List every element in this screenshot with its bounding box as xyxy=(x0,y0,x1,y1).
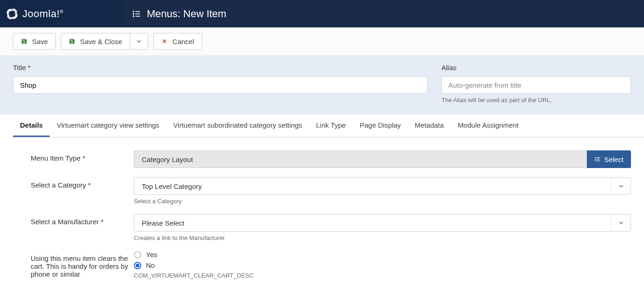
cancel-label: Cancel xyxy=(172,38,194,45)
row-menu-item-type: Menu Item Type * Category Layout Select xyxy=(31,150,631,168)
menu-item-type-select-button[interactable]: Select xyxy=(587,150,631,168)
menu-item-type-label: Menu Item Type * xyxy=(31,150,134,162)
select-category-label: Select a Category * xyxy=(31,177,134,189)
select-manufacturer-dropdown[interactable]: Please Select xyxy=(134,214,631,232)
radio-label-no: No xyxy=(146,261,155,269)
title-alias-section: Title * Alias The Alias will be used as … xyxy=(0,55,644,115)
save-dropdown-button[interactable] xyxy=(130,33,148,50)
clear-cart-help: COM_VIRTUEMART_CLEAR_CART_DESC xyxy=(134,272,631,279)
clear-cart-no[interactable]: No xyxy=(134,261,631,269)
page-title-area: Menus: New Item xyxy=(124,0,235,27)
tab-page-display[interactable]: Page Display xyxy=(353,115,407,137)
brand-logo: Joomla!® xyxy=(6,7,63,20)
save-close-label: Save & Close xyxy=(80,38,122,45)
svg-point-4 xyxy=(133,13,134,14)
svg-point-12 xyxy=(595,159,596,159)
select-category-help: Select a Category xyxy=(134,198,631,205)
list-icon xyxy=(594,156,601,162)
select-manufacturer-help: Creates a link to the Manufacturer xyxy=(134,234,631,241)
radio-icon-checked xyxy=(134,262,141,269)
radio-icon xyxy=(134,251,141,259)
chevron-down-icon xyxy=(136,38,142,45)
tab-vm-category-view[interactable]: Virtuemart category view settings xyxy=(50,115,166,137)
svg-point-3 xyxy=(133,11,134,12)
toolbar: Save Save & Close Cancel xyxy=(0,27,644,55)
alias-input[interactable] xyxy=(441,76,631,94)
list-icon xyxy=(132,9,141,19)
alias-label: Alias xyxy=(441,64,631,71)
tabs: Details Virtuemart category view setting… xyxy=(13,115,644,137)
clear-cart-yes[interactable]: Yes xyxy=(134,251,631,259)
save-close-button[interactable]: Save & Close xyxy=(61,33,130,50)
chevron-down-icon xyxy=(618,183,624,189)
save-close-group: Save & Close xyxy=(61,33,148,50)
tab-details[interactable]: Details xyxy=(13,115,50,137)
row-clear-cart: Using this menu item clears the cart. Th… xyxy=(31,251,631,279)
brand-text: Joomla!® xyxy=(22,8,63,20)
select-manufacturer-value: Please Select xyxy=(142,219,184,227)
title-input[interactable] xyxy=(13,76,427,94)
alias-help: The Alias will be used as part of the UR… xyxy=(441,97,631,104)
clear-cart-label: Using this menu item clears the cart. Th… xyxy=(31,251,134,278)
close-icon xyxy=(161,38,168,45)
tab-module-assignment[interactable]: Module Assignment xyxy=(451,115,526,137)
select-category-value: Top Level Category xyxy=(142,182,202,190)
save-icon xyxy=(69,38,75,45)
tab-link-type[interactable]: Link Type xyxy=(309,115,353,137)
save-button[interactable]: Save xyxy=(13,33,56,50)
tab-metadata[interactable]: Metadata xyxy=(408,115,451,137)
radio-label-yes: Yes xyxy=(146,251,157,259)
joomla-icon xyxy=(6,7,19,20)
select-category-dropdown[interactable]: Top Level Category xyxy=(134,177,631,195)
row-select-manufacturer: Select a Manufacturer * Please Select Cr… xyxy=(31,214,631,241)
menu-item-type-value: Category Layout xyxy=(134,150,587,168)
brand-area[interactable]: Joomla!® xyxy=(0,0,124,27)
page-title: Menus: New Item xyxy=(147,8,226,20)
chevron-down-icon xyxy=(618,220,624,226)
title-label: Title * xyxy=(13,64,427,71)
cancel-button[interactable]: Cancel xyxy=(153,33,202,50)
details-form: Menu Item Type * Category Layout Select … xyxy=(0,137,644,285)
svg-point-5 xyxy=(133,16,134,17)
svg-point-13 xyxy=(595,161,596,161)
tab-vm-subordinated[interactable]: Virtuemart subordinated category setting… xyxy=(166,115,309,137)
select-manufacturer-label: Select a Manufacturer * xyxy=(31,214,134,226)
svg-point-11 xyxy=(595,157,596,158)
save-icon xyxy=(21,38,27,45)
row-select-category: Select a Category * Top Level Category S… xyxy=(31,177,631,205)
save-label: Save xyxy=(32,38,48,45)
select-label: Select xyxy=(604,155,624,163)
top-header: Joomla!® Menus: New Item xyxy=(0,0,644,27)
